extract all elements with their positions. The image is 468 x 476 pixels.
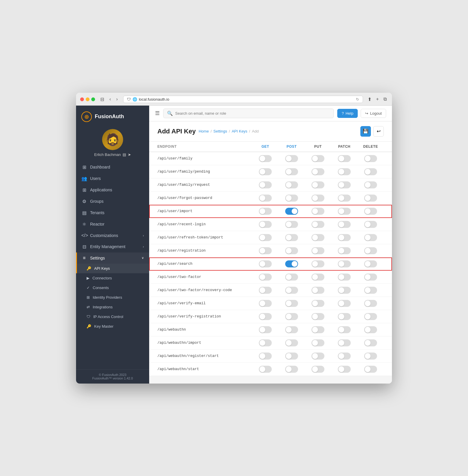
toggle-delete[interactable]	[357, 260, 384, 267]
toggle-get[interactable]	[252, 339, 278, 346]
toggle-patch[interactable]	[331, 353, 357, 360]
save-button[interactable]: 💾	[360, 126, 371, 137]
toggle-switch-post[interactable]	[285, 247, 298, 254]
toggle-switch-post[interactable]	[285, 195, 298, 202]
toggle-switch-get[interactable]	[259, 339, 272, 346]
toggle-put[interactable]	[305, 208, 331, 215]
toggle-patch[interactable]	[331, 313, 357, 320]
toggle-switch-put[interactable]	[312, 234, 324, 241]
toggle-patch[interactable]	[331, 181, 357, 188]
toggle-delete[interactable]	[357, 313, 384, 320]
sidebar-item-ip-access-control[interactable]: 🛡 IP Access Control	[76, 312, 149, 322]
toggle-put[interactable]	[305, 181, 331, 188]
toggle-post[interactable]	[278, 326, 305, 333]
toggle-switch-get[interactable]	[259, 274, 272, 281]
toggle-delete[interactable]	[357, 353, 384, 360]
toggle-switch-put[interactable]	[312, 221, 324, 228]
sidebar-item-entity-management[interactable]: ⊟ Entity Management ›	[76, 241, 149, 252]
toggle-switch-delete[interactable]	[364, 234, 377, 241]
toggle-switch-patch[interactable]	[338, 155, 351, 162]
menu-icon[interactable]: ☰	[155, 110, 160, 116]
search-bar[interactable]: 🔍	[163, 109, 334, 118]
toggle-put[interactable]	[305, 247, 331, 254]
toggle-switch-get[interactable]	[259, 300, 272, 307]
toggle-get[interactable]	[252, 260, 278, 267]
toggle-put[interactable]	[305, 300, 331, 307]
sidebar-item-users[interactable]: 👥 Users	[76, 173, 149, 184]
sidebar-toggle-btn[interactable]: ⊟	[99, 96, 106, 103]
toggle-switch-get[interactable]	[259, 234, 272, 241]
toggle-switch-patch[interactable]	[338, 353, 351, 360]
toggle-post[interactable]	[278, 353, 305, 360]
toggle-get[interactable]	[252, 221, 278, 228]
toggle-put[interactable]	[305, 366, 331, 373]
toggle-switch-delete[interactable]	[364, 326, 377, 333]
toggle-switch-post[interactable]	[285, 208, 298, 215]
toggle-switch-post[interactable]	[285, 234, 298, 241]
address-bar[interactable]: 🛡 🌐 local.fusionauth.io ↻	[123, 96, 363, 103]
help-button[interactable]: ? Help	[337, 109, 358, 118]
toggle-switch-post[interactable]	[285, 326, 298, 333]
toggle-switch-get[interactable]	[259, 313, 272, 320]
toggle-post[interactable]	[278, 366, 305, 373]
toggle-switch-put[interactable]	[312, 195, 324, 202]
toggle-patch[interactable]	[331, 155, 357, 162]
toggle-post[interactable]	[278, 168, 305, 175]
toggle-patch[interactable]	[331, 339, 357, 346]
breadcrumb-home[interactable]: Home	[199, 129, 209, 133]
sidebar-item-identity-providers[interactable]: ⊞ Identity Providers	[76, 293, 149, 302]
back-button[interactable]: ↩	[373, 126, 384, 137]
toggle-switch-delete[interactable]	[364, 221, 377, 228]
toggle-get[interactable]	[252, 300, 278, 307]
sidebar-item-key-master[interactable]: 🔑 Key Master	[76, 322, 149, 331]
toggle-switch-delete[interactable]	[364, 300, 377, 307]
toggle-get[interactable]	[252, 155, 278, 162]
toggle-patch[interactable]	[331, 234, 357, 241]
toggle-patch[interactable]	[331, 274, 357, 281]
sidebar-item-api-keys[interactable]: 🔑 API Keys	[76, 264, 149, 273]
toggle-patch[interactable]	[331, 247, 357, 254]
toggle-switch-post[interactable]	[285, 168, 298, 175]
dot-yellow[interactable]	[86, 97, 90, 101]
toggle-switch-delete[interactable]	[364, 366, 377, 373]
toggle-post[interactable]	[278, 313, 305, 320]
toggle-patch[interactable]	[331, 221, 357, 228]
forward-btn[interactable]: ›	[114, 96, 119, 103]
toggle-switch-put[interactable]	[312, 353, 324, 360]
sidebar-item-customizations[interactable]: </> Customizations ›	[76, 230, 149, 241]
toggle-get[interactable]	[252, 326, 278, 333]
toggle-patch[interactable]	[331, 168, 357, 175]
toggle-delete[interactable]	[357, 247, 384, 254]
toggle-switch-patch[interactable]	[338, 366, 351, 373]
toggle-switch-get[interactable]	[259, 260, 272, 267]
toggle-switch-delete[interactable]	[364, 274, 377, 281]
search-input[interactable]	[175, 111, 330, 116]
toggle-delete[interactable]	[357, 274, 384, 281]
toggle-switch-post[interactable]	[285, 181, 298, 188]
sidebar-item-reactor[interactable]: ⚛ Reactor	[76, 219, 149, 230]
toggle-delete[interactable]	[357, 155, 384, 162]
toggle-delete[interactable]	[357, 181, 384, 188]
toggle-switch-patch[interactable]	[338, 234, 351, 241]
toggle-delete[interactable]	[357, 366, 384, 373]
toggle-patch[interactable]	[331, 208, 357, 215]
toggle-switch-put[interactable]	[312, 168, 324, 175]
toggle-switch-delete[interactable]	[364, 168, 377, 175]
toggle-post[interactable]	[278, 247, 305, 254]
toggle-switch-put[interactable]	[312, 181, 324, 188]
toggle-get[interactable]	[252, 353, 278, 360]
toggle-post[interactable]	[278, 155, 305, 162]
toggle-switch-patch[interactable]	[338, 274, 351, 281]
sidebar-item-connectors[interactable]: ▶ Connectors	[76, 273, 149, 283]
toggle-put[interactable]	[305, 168, 331, 175]
toggle-switch-post[interactable]	[285, 287, 298, 294]
toggle-switch-put[interactable]	[312, 208, 324, 215]
toggle-post[interactable]	[278, 181, 305, 188]
toggle-switch-delete[interactable]	[364, 313, 377, 320]
toggle-put[interactable]	[305, 221, 331, 228]
toggle-get[interactable]	[252, 313, 278, 320]
toggle-switch-get[interactable]	[259, 155, 272, 162]
toggle-delete[interactable]	[357, 195, 384, 202]
toggle-switch-get[interactable]	[259, 195, 272, 202]
toggle-switch-post[interactable]	[285, 353, 298, 360]
